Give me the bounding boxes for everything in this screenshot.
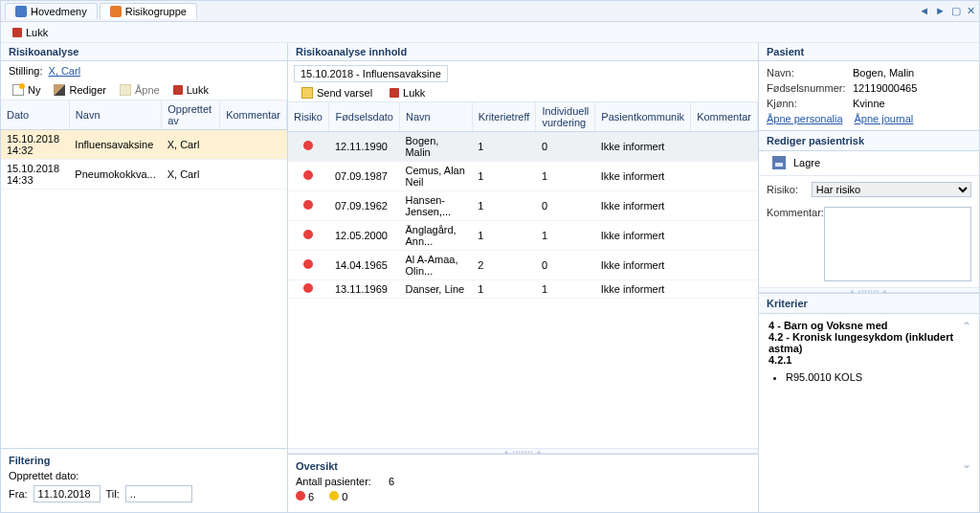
open-button[interactable]: Åpne xyxy=(114,83,166,97)
cell-dato: 15.10.2018 14:32 xyxy=(1,130,69,160)
tab-bar: Hovedmeny Risikogruppe xyxy=(5,3,199,19)
edit-icon xyxy=(54,84,65,96)
open-label: Åpne xyxy=(135,84,160,96)
col-kriterietreff[interactable]: Kriterietreff xyxy=(472,102,536,132)
cell-navn: Influensavaksine xyxy=(69,130,161,160)
red-dot-icon xyxy=(303,200,313,210)
cell-komm xyxy=(691,280,758,299)
table-row[interactable]: 15.10.2018 14:32 Influensavaksine X, Car… xyxy=(1,130,287,160)
new-icon xyxy=(12,84,24,96)
stilling-link[interactable]: X, Carl xyxy=(48,65,80,77)
stop-icon xyxy=(12,28,22,37)
stilling-label: Stilling: xyxy=(9,65,42,77)
fnr-value: 12119000465 xyxy=(853,82,917,94)
table-row[interactable]: 12.11.1990Bogen, Malin10Ikke informert xyxy=(288,132,758,162)
col-individuell[interactable]: Individuell vurdering xyxy=(536,102,595,132)
table-row[interactable]: 14.04.1965Al A-Amaa, Olin...20Ikke infor… xyxy=(288,251,758,280)
cell-fd: 07.09.1987 xyxy=(329,162,400,191)
cell-opprettet: X, Carl xyxy=(162,160,220,190)
close-analysis-label: Lukk xyxy=(187,84,209,96)
maximize-icon[interactable]: ▢ xyxy=(951,5,961,17)
close-button[interactable]: Lukk xyxy=(7,26,54,39)
cell-iv: 1 xyxy=(536,221,595,251)
save-icon xyxy=(772,156,786,169)
send-varsel-button[interactable]: Send varsel xyxy=(296,86,378,100)
cell-pk: Ikke informert xyxy=(595,221,691,251)
col-dato[interactable]: Dato xyxy=(1,100,69,130)
edit-button[interactable]: Rediger xyxy=(48,83,112,97)
nav-back-icon[interactable]: ◄ xyxy=(919,5,929,17)
opprettet-label: Opprettet dato: xyxy=(9,470,279,481)
fnr-label: Fødselsnummer: xyxy=(767,82,853,94)
cell-fd: 12.11.1990 xyxy=(329,132,400,162)
scroll-up-icon[interactable]: ⌃ xyxy=(962,320,971,333)
risiko-label: Risiko: xyxy=(767,184,812,195)
cell-kt: 2 xyxy=(472,251,536,280)
red-dot-icon xyxy=(303,283,313,293)
col-opprettet[interactable]: Opprettet av xyxy=(162,100,220,130)
table-row[interactable]: 07.09.1962Hansen-Jensen,...10Ikke inform… xyxy=(288,191,758,221)
close-analysis-button[interactable]: Lukk xyxy=(167,83,214,97)
table-row[interactable]: 13.11.1969Danser, Line11Ikke informert xyxy=(288,280,758,299)
cell-kt: 1 xyxy=(472,191,536,221)
cell-navn: Änglagård, Ann... xyxy=(399,221,472,251)
analysis-table: Dato Navn Opprettet av Kommentar 15.10.2… xyxy=(1,100,287,190)
tab-risikogruppe-label: Risikogruppe xyxy=(125,6,187,17)
kriterie-bullet: R95.0010 KOLS xyxy=(786,371,969,383)
tab-hovedmeny[interactable]: Hovedmeny xyxy=(5,3,98,19)
table-row[interactable]: 15.10.2018 14:33 Pneumokokkva... X, Carl xyxy=(1,160,287,190)
pasient-title: Pasient xyxy=(759,43,979,61)
stop-icon xyxy=(390,88,399,98)
col-risiko[interactable]: Risiko xyxy=(288,102,329,132)
cell-pk: Ikke informert xyxy=(595,280,691,299)
mail-icon xyxy=(301,87,313,99)
cell-kt: 1 xyxy=(472,162,536,191)
col-pasientkomm[interactable]: Pasientkommunik xyxy=(595,102,691,132)
kjonn-value: Kvinne xyxy=(853,98,885,109)
cell-navn: Hansen-Jensen,... xyxy=(399,191,472,221)
new-label: Ny xyxy=(28,84,40,96)
cell-dato: 15.10.2018 14:33 xyxy=(1,160,69,190)
table-row[interactable]: 07.09.1987Cemus, Alan Neil11Ikke informe… xyxy=(288,162,758,191)
col-navn[interactable]: Navn xyxy=(69,100,161,130)
kjonn-label: Kjønn: xyxy=(767,98,853,109)
cell-iv: 0 xyxy=(536,191,595,221)
yellow-count: 0 xyxy=(342,491,347,502)
cell-kt: 1 xyxy=(472,280,536,299)
til-label: Til: xyxy=(106,488,120,500)
lagre-button[interactable]: Lagre xyxy=(767,155,826,170)
col-navn[interactable]: Navn xyxy=(399,102,472,132)
close-button-label: Lukk xyxy=(26,27,48,38)
cell-navn: Bogen, Malin xyxy=(399,132,472,162)
close-content-button[interactable]: Lukk xyxy=(384,86,431,100)
filtering-title: Filtering xyxy=(9,455,279,466)
til-input[interactable] xyxy=(125,485,192,502)
patients-table: Risiko Fødselsdato Navn Kriterietreff In… xyxy=(288,102,758,299)
new-button[interactable]: Ny xyxy=(7,83,46,97)
col-fodselsdato[interactable]: Fødselsdato xyxy=(329,102,400,132)
cell-komm xyxy=(691,132,758,162)
kommentar-textarea[interactable] xyxy=(824,207,971,281)
tab-hovedmeny-label: Hovedmeny xyxy=(31,6,87,17)
edit-label: Rediger xyxy=(69,84,106,96)
mid-title: Risikoanalyse innhold xyxy=(288,43,758,61)
cell-pk: Ikke informert xyxy=(595,191,691,221)
fra-input[interactable] xyxy=(33,485,100,502)
apne-personalia-link[interactable]: Åpne personalia xyxy=(767,113,843,124)
tab-risikogruppe[interactable]: Risikogruppe xyxy=(100,3,197,19)
cell-fd: 13.11.1969 xyxy=(329,280,400,299)
send-varsel-label: Send varsel xyxy=(317,87,372,99)
table-row[interactable]: 12.05.2000Änglagård, Ann...11Ikke inform… xyxy=(288,221,758,251)
apne-journal-link[interactable]: Åpne journal xyxy=(855,113,914,124)
red-dot-icon xyxy=(303,259,313,269)
nav-forward-icon[interactable]: ► xyxy=(935,5,946,17)
close-icon[interactable]: ✕ xyxy=(967,5,975,17)
scroll-down-icon[interactable]: ⌄ xyxy=(962,457,971,471)
antall-value: 6 xyxy=(389,476,394,487)
cell-kommentar xyxy=(220,160,287,190)
col-kommentar[interactable]: Kommentar xyxy=(220,100,287,130)
risiko-select[interactable]: Har risiko xyxy=(812,182,971,197)
col-kommentar[interactable]: Kommentar xyxy=(691,102,758,132)
red-dot-icon xyxy=(303,230,313,239)
yellow-dot-icon xyxy=(329,491,339,501)
